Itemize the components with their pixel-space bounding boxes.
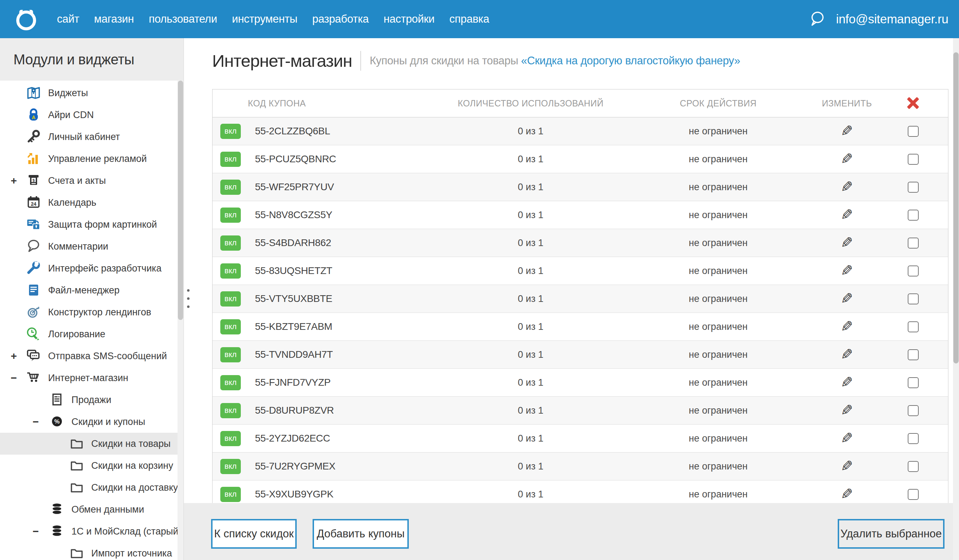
sidebar-scrollbar[interactable] [177,81,183,560]
sidebar-item-sales[interactable]: Продажи [0,389,183,411]
expand-toggle-icon[interactable]: + [8,175,20,187]
code-cell: вкл55-7U2RYGPMEX [212,459,441,474]
nav-item-help[interactable]: справка [442,13,497,25]
nav-item-shop[interactable]: магазин [87,13,142,25]
edit-pencil-icon[interactable]: ✎ [841,124,853,138]
sidebar-item-landing-builder[interactable]: Конструктор лендингов [0,301,183,323]
sidebar-item-online-store[interactable]: −Интернет-магазин [0,367,183,389]
sidebar-item-import-source[interactable]: Импорт источника [0,542,183,560]
row-checkbox[interactable] [908,377,919,388]
page-scrollbar-thumb[interactable] [953,52,959,363]
coupon-code: 55-N8V8CGZS5Y [255,209,332,221]
row-checkbox[interactable] [908,182,919,192]
toggle-on-button[interactable]: вкл [220,235,241,251]
back-to-discounts-button[interactable]: К списку скидок [211,519,297,549]
sidebar-item-personal-account[interactable]: Личный кабинет [0,126,183,148]
edit-pencil-icon[interactable]: ✎ [841,263,853,278]
nav-item-tools[interactable]: инструменты [225,13,305,25]
chat-bubble-icon[interactable] [808,10,826,29]
delete-cell [878,126,948,137]
toggle-on-button[interactable]: вкл [220,152,241,167]
toggle-on-button[interactable]: вкл [220,347,241,363]
contact-email[interactable]: info@sitemanager.ru [836,12,948,26]
edit-pencil-icon[interactable]: ✎ [841,347,853,362]
delete-selected-button[interactable]: Удалить выбранное [838,519,945,549]
sidebar-item-calendar[interactable]: 24Календарь [0,192,183,213]
row-checkbox[interactable] [908,154,919,165]
toggle-on-button[interactable]: вкл [220,291,241,307]
toggle-on-button[interactable]: вкл [220,319,241,334]
nav-item-site[interactable]: сайт [49,13,87,25]
row-checkbox[interactable] [908,293,919,304]
expand-toggle-icon[interactable]: + [8,350,20,362]
sidebar-item-product-discounts[interactable]: Скидки на товары [0,433,183,455]
toggle-on-button[interactable]: вкл [220,180,241,195]
sidebar-item-form-captcha[interactable]: Защита форм картинкой [0,213,183,235]
usage-cell: 0 из 1 [441,349,621,360]
edit-pencil-icon[interactable]: ✎ [841,319,853,334]
edit-pencil-icon[interactable]: ✎ [841,180,853,194]
sidebar-item-developer-interface[interactable]: Интерфейс разработчика [0,258,183,279]
toggle-on-button[interactable]: вкл [220,431,241,446]
sidebar-item-ad-management[interactable]: Управление рекламой [0,148,183,170]
toggle-on-button[interactable]: вкл [220,459,241,474]
edit-pencil-icon[interactable]: ✎ [841,235,853,250]
row-checkbox[interactable] [908,210,919,221]
sidebar-item-discounts-coupons[interactable]: −%Скидки и купоны [0,411,183,433]
sidebar-item-sms-sending[interactable]: +Отправка SMS-сообщений [0,345,183,367]
sidebar-item-cart-discounts[interactable]: Скидки на корзину [0,455,183,477]
toggle-on-button[interactable]: вкл [220,403,241,418]
row-checkbox[interactable] [908,461,919,472]
edit-pencil-icon[interactable]: ✎ [841,152,853,167]
toggle-on-button[interactable]: вкл [220,124,241,139]
edit-pencil-icon[interactable]: ✎ [841,431,853,446]
nav-item-settings[interactable]: настройки [376,13,442,25]
delete-all-x-icon[interactable] [906,96,920,110]
row-checkbox[interactable] [908,349,919,360]
expand-toggle-icon[interactable]: − [30,416,42,428]
coupon-code: 55-X9XUB9YGPK [255,488,333,500]
edit-pencil-icon[interactable]: ✎ [841,207,853,223]
row-checkbox[interactable] [908,237,919,248]
sidebar-item-invoices-acts[interactable]: +$Счета и акты [0,170,183,192]
sidebar-item-delivery-discounts[interactable]: Скидки на доставку [0,477,183,498]
sitemanager-logo-icon[interactable] [13,6,40,32]
toggle-on-button[interactable]: вкл [220,207,241,223]
row-checkbox[interactable] [908,433,919,444]
sidebar-item-airi-cdn[interactable]: AАйри CDN [0,104,183,126]
page-scrollbar[interactable] [953,38,959,560]
sidebar-item-file-manager[interactable]: Файл-менеджер [0,279,183,301]
edit-cell: ✎ [816,319,878,334]
toggle-on-button[interactable]: вкл [220,487,241,502]
row-checkbox[interactable] [908,405,919,416]
sidebar-item-logging[interactable]: Логирование [0,323,183,345]
edit-pencil-icon[interactable]: ✎ [841,459,853,474]
row-checkbox[interactable] [908,266,919,277]
expand-toggle-icon[interactable]: − [30,525,42,538]
sidebar-item-widgets[interactable]: Виджеты [0,82,183,104]
sidebar-item-data-exchange[interactable]: Обмен данными [0,498,183,520]
discount-link[interactable]: «Скидка на дорогую влагостойкую фанеру» [521,54,740,67]
sidebar-item-comments[interactable]: Комментарии [0,235,183,258]
row-checkbox[interactable] [908,489,919,500]
edit-pencil-icon[interactable]: ✎ [841,291,853,306]
handle-dot [187,298,190,300]
toggle-on-button[interactable]: вкл [220,263,241,278]
add-coupons-button[interactable]: Добавить купоны [312,519,409,549]
table-row: вкл55-TVNDD9AH7T0 из 1не ограничен✎ [212,341,948,369]
nav-item-users[interactable]: пользователи [142,13,225,25]
table-header-row: КОД КУПОНА КОЛИЧЕСТВО ИСПОЛЬЗОВАНИЙ СРОК… [212,89,948,118]
sidebar-scrollbar-thumb[interactable] [178,81,183,320]
sidebar-resize-handle[interactable] [187,289,190,308]
usage-cell: 0 из 1 [441,377,621,388]
sidebar-item-1c-moysklad[interactable]: −1С и МойСклад (старый обме [0,520,183,542]
row-checkbox[interactable] [908,321,919,332]
edit-pencil-icon[interactable]: ✎ [841,375,853,390]
row-checkbox[interactable] [908,126,919,137]
toggle-on-button[interactable]: вкл [220,375,241,390]
edit-pencil-icon[interactable]: ✎ [841,403,853,418]
edit-pencil-icon[interactable]: ✎ [841,487,853,502]
usage-cell: 0 из 1 [441,182,621,192]
expand-toggle-icon[interactable]: − [8,372,20,384]
nav-item-development[interactable]: разработка [305,13,376,25]
